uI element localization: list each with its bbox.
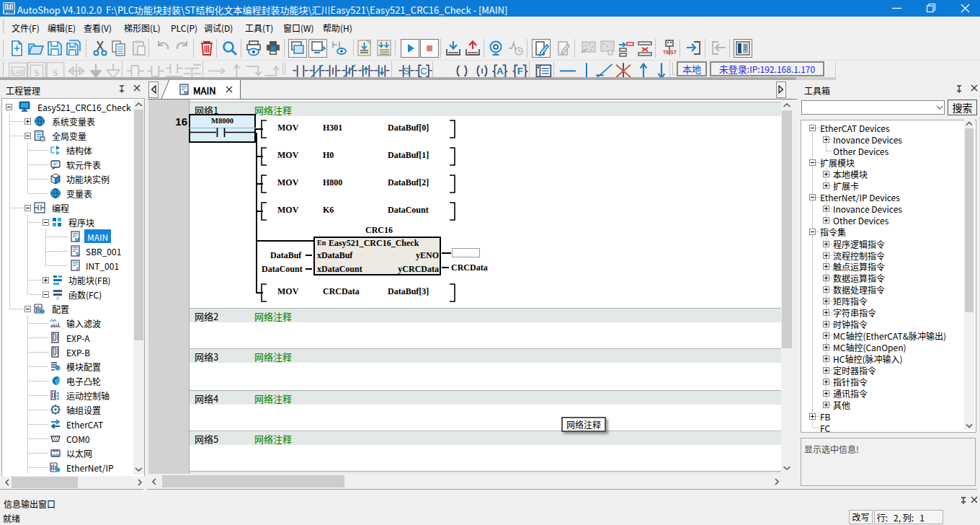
svg-text:(): () <box>56 296 59 300</box>
svg-text:AUTO: AUTO <box>6 12 13 14</box>
svg-text:TE: TE <box>663 50 669 55</box>
svg-text:S: S <box>35 68 40 78</box>
svg-text:S: S <box>404 66 409 76</box>
svg-text:F: F <box>517 66 523 76</box>
svg-text:A: A <box>496 66 504 76</box>
svg-text:S: S <box>76 252 79 257</box>
svg-text:LAD: LAD <box>12 69 24 76</box>
svg-text:S: S <box>53 68 58 78</box>
svg-text:M: M <box>184 90 188 95</box>
svg-text:M: M <box>75 237 79 242</box>
svg-text:ST: ST <box>670 50 677 55</box>
svg-text:I: I <box>76 266 78 271</box>
svg-text:C: C <box>421 66 427 76</box>
